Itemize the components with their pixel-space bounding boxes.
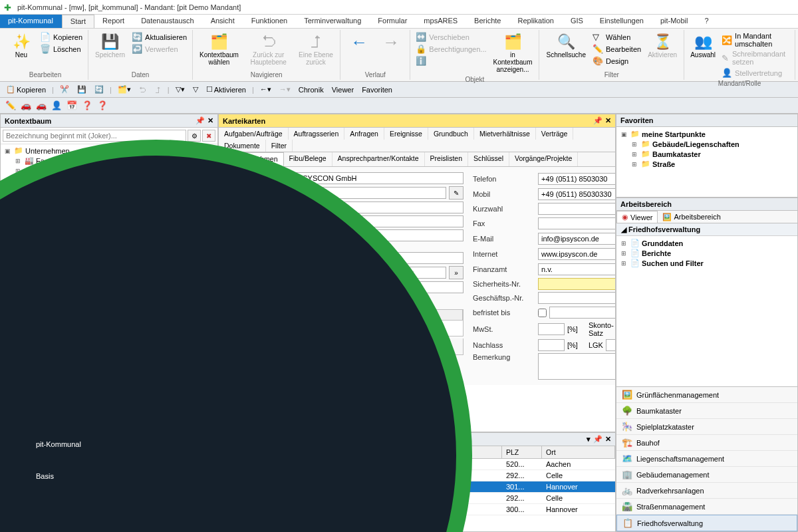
bemerkung-input[interactable] <box>538 353 615 380</box>
finanzamt-input[interactable] <box>538 263 615 275</box>
qb-hist-fwd[interactable]: →▾ <box>277 84 293 94</box>
qb-copy[interactable]: 📋 Kopieren <box>4 84 48 94</box>
verwerfen-button[interactable]: ↩️Verwerfen <box>130 43 188 55</box>
edit-icon[interactable]: ✎ <box>449 186 464 200</box>
tab-replikation[interactable]: Replikation <box>509 15 562 28</box>
mobil-input[interactable] <box>538 188 615 200</box>
module-item[interactable]: 🚲Radverkehrsanlagen <box>616 483 797 499</box>
qb-back[interactable]: ⮌ <box>137 85 148 94</box>
history-forward-button[interactable]: → <box>376 31 406 53</box>
tab-terminverwaltung[interactable]: Terminverwaltung <box>296 15 370 28</box>
module-item[interactable]: 🗺️Liegenschaftsmanagement <box>616 451 797 467</box>
tab-berichte[interactable]: Berichte <box>466 15 509 28</box>
module-item[interactable]: 📋Friedhofsverwaltung <box>616 515 797 531</box>
tb-edit[interactable]: ✏️ <box>4 99 17 112</box>
mwst-input[interactable] <box>538 323 565 335</box>
sicherheitsnr-input[interactable] <box>538 278 615 290</box>
neu-button[interactable]: ✨Neu <box>7 31 36 60</box>
fav-item[interactable]: ⊞📁Gebäude/Liegenschaften <box>630 139 794 149</box>
qb-hist-back[interactable]: ←▾ <box>258 84 273 94</box>
tab-ansicht[interactable]: Ansicht <box>203 15 243 28</box>
tb-user[interactable]: 👤 <box>50 99 63 112</box>
qb-filter1[interactable]: ▽▾ <box>174 84 187 94</box>
filter-waehlen-button[interactable]: ▽Wählen <box>591 31 642 43</box>
qb-viewer[interactable]: Viewer <box>330 85 356 94</box>
subtab[interactable]: Anfragen <box>344 128 384 140</box>
subtab[interactable]: Vorgänge/Projekte <box>509 152 578 166</box>
subtab[interactable]: Schlüssel <box>468 152 509 166</box>
tab-mpsares[interactable]: mpsARES <box>416 15 466 28</box>
module-item[interactable]: 🏢Gebäudemanagement <box>616 467 797 483</box>
subtab[interactable]: Fibu/Belege <box>284 152 332 166</box>
zurueck-hauptebene-button[interactable]: ⮌Zurück zur Hauptebene <box>244 31 293 67</box>
pin-icon[interactable]: 📌 <box>593 435 602 444</box>
tab-viewer[interactable]: ◉Viewer <box>616 211 658 223</box>
subtab[interactable]: Auftragsserien <box>289 128 345 140</box>
subtab[interactable]: Mietverhältnisse <box>474 128 536 140</box>
mandant-umschalten-button[interactable]: 🔀In Mandant umschalten <box>720 31 791 49</box>
kopieren-button[interactable]: 📄Kopieren <box>39 31 84 43</box>
bezeichnung-input[interactable] <box>291 172 464 184</box>
ab-tree-item[interactable]: ⊞📄Berichte <box>620 248 794 258</box>
filter-options-button[interactable]: ⚙ <box>188 130 201 142</box>
info-button[interactable]: ℹ️ <box>414 55 487 66</box>
tab-formular[interactable]: Formular <box>370 15 416 28</box>
nachlass-input[interactable] <box>538 339 565 351</box>
qb-cut[interactable]: ✂️ <box>58 84 71 94</box>
filter-design-button[interactable]: 🎨Design <box>591 55 642 66</box>
in-kontextbaum-anzeigen-button[interactable]: 🗂️in Kontextbaum anzeigen... <box>491 31 535 74</box>
tb-red2[interactable]: 🚗 <box>35 99 48 112</box>
module-item[interactable]: 🛣️Straßenmanagement <box>616 499 797 515</box>
kurzwahl-input[interactable] <box>538 203 615 215</box>
loeschen-button[interactable]: 🗑️Löschen <box>39 43 84 55</box>
close-icon[interactable]: ✕ <box>605 116 611 125</box>
email-input[interactable] <box>538 233 615 245</box>
schnellsuche-button[interactable]: 🔍Schnellsuche <box>543 31 588 60</box>
module-item[interactable]: 🎠Spielplatzkataster <box>616 419 797 435</box>
subtab[interactable]: Verträge <box>536 128 574 140</box>
qb-save[interactable]: 💾 <box>75 84 88 94</box>
fav-item[interactable]: ⊞📁Baumkataster <box>630 149 794 159</box>
befristet-date-input[interactable] <box>549 307 615 319</box>
qb-tree[interactable]: 🗂️▾ <box>116 84 133 94</box>
tab-gis[interactable]: GIS <box>563 15 592 28</box>
pin-icon[interactable]: 📌 <box>593 116 602 125</box>
tab-start[interactable]: Start <box>62 15 94 28</box>
schreibmandant-button[interactable]: ✎Schreibmandant setzen <box>720 49 791 66</box>
geschaeftspnr-input[interactable] <box>538 292 615 304</box>
verschieben-button[interactable]: ↔️Verschieben <box>414 31 487 43</box>
close-icon[interactable]: ✕ <box>207 116 213 125</box>
subtab[interactable]: Filter <box>266 140 293 152</box>
berechtigungen-button[interactable]: 🔒Berechtigungen... <box>414 43 487 55</box>
tab-app[interactable]: pit-Kommunal <box>0 15 62 28</box>
module-item[interactable]: 🌳Baumkataster <box>616 403 797 419</box>
stellvertretung-button[interactable]: 👤Stellvertretung <box>720 67 791 78</box>
ab-tree-item[interactable]: ⊞📄Grunddaten <box>620 238 794 248</box>
module-item[interactable]: 🏗️Bauhof <box>616 435 797 451</box>
dropdown-icon[interactable]: ▾ <box>587 435 591 444</box>
aktualisieren-button[interactable]: 🔄Aktualisieren <box>130 31 188 43</box>
close-icon[interactable]: ✕ <box>605 435 611 444</box>
tb-help1[interactable]: ❓ <box>80 99 94 112</box>
subtab[interactable]: Ansprechpartner/Kontakte <box>332 152 425 166</box>
speichern-button[interactable]: 💾Speichern <box>92 31 128 60</box>
tab-datenaustausch[interactable]: Datenaustausch <box>133 15 203 28</box>
tab-einstellungen[interactable]: Einstellungen <box>592 15 652 28</box>
filter-bearbeiten-button[interactable]: ✏️Bearbeiten <box>591 43 642 55</box>
eine-ebene-zurueck-button[interactable]: ⮥Eine Ebene zurück <box>296 31 336 67</box>
tab-pitmobil[interactable]: pit-Mobil <box>652 15 697 28</box>
subtab[interactable]: Preislisten <box>425 152 468 166</box>
qb-favoriten[interactable]: Favoriten <box>360 85 394 94</box>
qb-refresh[interactable]: 🔄 <box>92 84 106 94</box>
qb-up[interactable]: ⮥ <box>152 85 164 94</box>
history-back-button[interactable]: ← <box>344 31 374 53</box>
lgk-input[interactable] <box>606 339 615 351</box>
tab-arbeitsbereich[interactable]: 🖼️Arbeitsbereich <box>658 211 725 223</box>
fax-input[interactable] <box>538 217 615 229</box>
ab-tree-item[interactable]: ⊞📄Suchen und Filter <box>620 258 794 268</box>
subtab[interactable]: Grundbuch <box>428 128 474 140</box>
qb-chronik[interactable]: Chronik <box>297 85 326 94</box>
tb-help2[interactable]: ❓ <box>96 99 109 112</box>
filter-clear-button[interactable]: ✖ <box>202 130 215 142</box>
filter-aktivieren-button[interactable]: ⏳Aktivieren <box>645 31 680 60</box>
